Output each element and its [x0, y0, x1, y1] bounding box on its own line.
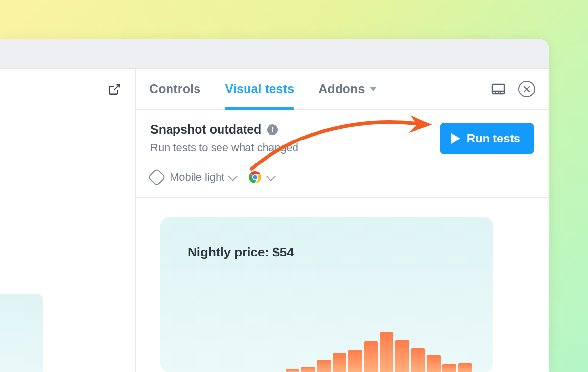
tabs-icons: [491, 81, 535, 97]
histogram-bar: [411, 348, 425, 372]
tab-label: Controls: [149, 82, 200, 96]
histogram-bar: [286, 369, 299, 372]
histogram-bar: [442, 364, 456, 372]
play-icon: [451, 133, 460, 144]
histogram-bar: [301, 367, 315, 372]
app-body: Controls Visual tests Addons: [0, 69, 549, 372]
open-external-icon[interactable]: [108, 83, 121, 96]
snapshot-status-row: Snapshot outdated ! Run tests to see wha…: [136, 110, 549, 165]
story-card: Nightly price: $54: [160, 217, 493, 372]
histogram-bar: [395, 340, 409, 372]
histogram-bar: [458, 363, 472, 372]
tabs-row: Controls Visual tests Addons: [136, 69, 549, 110]
left-pane: [0, 69, 136, 372]
chevron-down-icon: [228, 171, 238, 181]
tabs: Controls Visual tests Addons: [149, 69, 480, 109]
info-icon[interactable]: !: [267, 124, 278, 135]
tab-label: Visual tests: [225, 82, 294, 96]
bottom-panel-icon[interactable]: [491, 82, 506, 96]
chevron-down-icon: [370, 87, 377, 91]
histogram-bar: [348, 350, 362, 372]
app-window: Controls Visual tests Addons: [0, 39, 549, 372]
chrome-icon: [249, 171, 262, 184]
histogram-bar: [427, 355, 441, 372]
run-tests-label: Run tests: [467, 132, 520, 145]
left-preview-thumbnail: [0, 294, 43, 372]
price-histogram: [286, 328, 472, 372]
tab-label: Addons: [318, 82, 365, 96]
viewport-icon: [148, 168, 166, 186]
status-title-text: Snapshot outdated: [150, 122, 261, 137]
histogram-bar: [380, 332, 393, 372]
tab-controls[interactable]: Controls: [149, 69, 200, 109]
status-text-block: Snapshot outdated ! Run tests to see wha…: [150, 122, 440, 154]
story-title: Nightly price: $54: [188, 245, 466, 260]
story-preview-area: Nightly price: $54: [136, 198, 549, 372]
tab-visual-tests[interactable]: Visual tests: [225, 69, 294, 109]
run-tests-button[interactable]: Run tests: [440, 123, 534, 154]
viewport-selector[interactable]: Mobile light: [170, 171, 236, 184]
viewport-label: Mobile light: [170, 171, 224, 184]
chevron-down-icon: [266, 171, 276, 181]
config-row: Mobile light: [136, 165, 549, 198]
tab-addons[interactable]: Addons: [318, 69, 376, 109]
histogram-bar: [333, 353, 346, 372]
right-pane: Controls Visual tests Addons: [136, 69, 549, 372]
status-title: Snapshot outdated !: [150, 122, 440, 137]
window-titlebar: [0, 39, 549, 69]
histogram-bar: [364, 341, 378, 372]
close-panel-icon[interactable]: [518, 81, 535, 97]
browser-selector[interactable]: [249, 171, 274, 184]
histogram-bar: [317, 360, 331, 372]
status-subtitle: Run tests to see what changed: [150, 141, 440, 154]
